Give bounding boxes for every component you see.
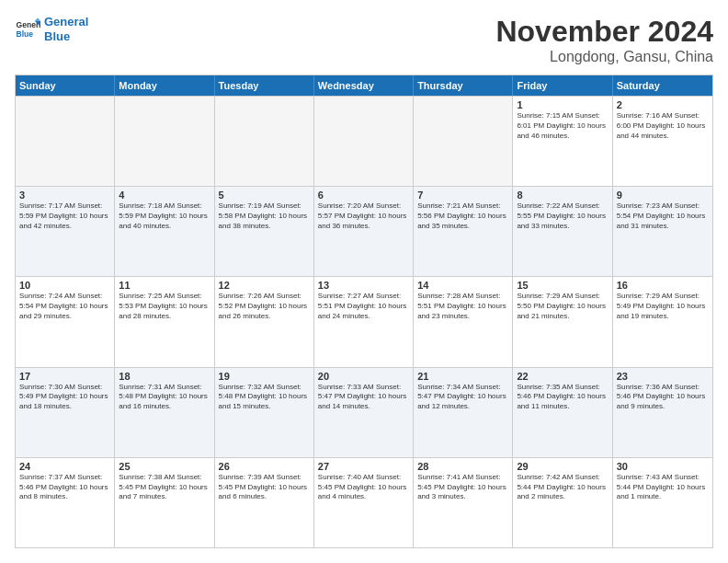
day-info: Sunrise: 7:39 AM Sunset: 5:45 PM Dayligh… [219,473,310,502]
day-number: 9 [617,190,709,201]
calendar-cell: 8Sunrise: 7:22 AM Sunset: 5:55 PM Daylig… [513,187,612,276]
day-number: 13 [318,280,409,291]
day-number: 19 [219,371,310,382]
calendar-cell: 14Sunrise: 7:28 AM Sunset: 5:51 PM Dayli… [414,277,513,366]
day-number: 11 [119,280,210,291]
calendar-cell [314,97,414,186]
calendar-cell: 16Sunrise: 7:29 AM Sunset: 5:49 PM Dayli… [613,277,712,366]
logo-text: General Blue [44,15,88,43]
calendar-cell: 25Sunrise: 7:38 AM Sunset: 5:45 PM Dayli… [115,458,214,547]
day-number: 10 [19,280,110,291]
day-info: Sunrise: 7:28 AM Sunset: 5:51 PM Dayligh… [417,292,508,321]
day-number: 21 [417,371,508,382]
day-info: Sunrise: 7:24 AM Sunset: 5:54 PM Dayligh… [19,292,110,321]
calendar-cell: 13Sunrise: 7:27 AM Sunset: 5:51 PM Dayli… [314,277,414,366]
day-info: Sunrise: 7:35 AM Sunset: 5:46 PM Dayligh… [517,383,608,412]
day-info: Sunrise: 7:17 AM Sunset: 5:59 PM Dayligh… [19,201,110,231]
day-info: Sunrise: 7:21 AM Sunset: 5:56 PM Dayligh… [417,201,508,231]
calendar-cell [115,97,214,186]
day-number: 23 [617,371,709,382]
calendar-cell: 20Sunrise: 7:33 AM Sunset: 5:47 PM Dayli… [314,368,414,457]
calendar-cell: 15Sunrise: 7:29 AM Sunset: 5:50 PM Dayli… [513,277,612,366]
calendar-cell: 4Sunrise: 7:18 AM Sunset: 5:59 PM Daylig… [115,187,214,276]
day-info: Sunrise: 7:36 AM Sunset: 5:46 PM Dayligh… [617,383,709,412]
day-info: Sunrise: 7:31 AM Sunset: 5:48 PM Dayligh… [119,383,210,412]
calendar-cell [16,97,115,186]
day-number: 27 [318,461,409,472]
day-info: Sunrise: 7:15 AM Sunset: 6:01 PM Dayligh… [517,111,608,141]
title-block: November 2024 Longdong, Gansu, China [495,15,713,65]
calendar-body: 1Sunrise: 7:15 AM Sunset: 6:01 PM Daylig… [16,96,712,547]
calendar-row-3: 10Sunrise: 7:24 AM Sunset: 5:54 PM Dayli… [16,276,712,366]
calendar-cell: 29Sunrise: 7:42 AM Sunset: 5:44 PM Dayli… [513,458,612,547]
header: General Blue General Blue November 2024 … [15,15,713,65]
calendar-cell: 18Sunrise: 7:31 AM Sunset: 5:48 PM Dayli… [115,368,214,457]
day-number: 15 [517,280,608,291]
day-info: Sunrise: 7:34 AM Sunset: 5:47 PM Dayligh… [417,383,508,412]
day-number: 20 [318,371,409,382]
day-info: Sunrise: 7:18 AM Sunset: 5:59 PM Dayligh… [119,201,210,231]
day-number: 29 [517,461,608,472]
header-day-saturday: Saturday [613,75,712,96]
calendar-cell: 2Sunrise: 7:16 AM Sunset: 6:00 PM Daylig… [613,97,712,186]
day-number: 30 [617,461,709,472]
day-info: Sunrise: 7:22 AM Sunset: 5:55 PM Dayligh… [517,201,608,231]
day-info: Sunrise: 7:16 AM Sunset: 6:00 PM Dayligh… [617,111,709,141]
calendar-cell: 23Sunrise: 7:36 AM Sunset: 5:46 PM Dayli… [613,368,712,457]
day-info: Sunrise: 7:29 AM Sunset: 5:49 PM Dayligh… [617,292,709,321]
day-info: Sunrise: 7:37 AM Sunset: 5:46 PM Dayligh… [19,473,110,502]
calendar-cell: 27Sunrise: 7:40 AM Sunset: 5:45 PM Dayli… [314,458,414,547]
day-info: Sunrise: 7:27 AM Sunset: 5:51 PM Dayligh… [318,292,409,321]
day-number: 8 [517,190,608,201]
svg-text:Blue: Blue [17,29,34,38]
calendar-cell: 17Sunrise: 7:30 AM Sunset: 5:49 PM Dayli… [16,368,115,457]
month-title: November 2024 [495,15,713,49]
header-day-friday: Friday [513,75,612,96]
day-info: Sunrise: 7:23 AM Sunset: 5:54 PM Dayligh… [617,201,709,231]
calendar-header: SundayMondayTuesdayWednesdayThursdayFrid… [16,75,712,96]
day-number: 12 [219,280,310,291]
day-number: 18 [119,371,210,382]
calendar-cell: 30Sunrise: 7:43 AM Sunset: 5:44 PM Dayli… [613,458,712,547]
day-info: Sunrise: 7:40 AM Sunset: 5:45 PM Dayligh… [318,473,409,502]
calendar-cell: 22Sunrise: 7:35 AM Sunset: 5:46 PM Dayli… [513,368,612,457]
day-number: 2 [617,99,709,110]
calendar-cell: 28Sunrise: 7:41 AM Sunset: 5:45 PM Dayli… [414,458,513,547]
calendar-cell: 19Sunrise: 7:32 AM Sunset: 5:48 PM Dayli… [215,368,314,457]
header-day-wednesday: Wednesday [314,75,414,96]
day-info: Sunrise: 7:41 AM Sunset: 5:45 PM Dayligh… [417,473,508,502]
day-info: Sunrise: 7:32 AM Sunset: 5:48 PM Dayligh… [219,383,310,412]
day-info: Sunrise: 7:30 AM Sunset: 5:49 PM Dayligh… [19,383,110,412]
day-number: 1 [517,99,608,110]
calendar: SundayMondayTuesdayWednesdayThursdayFrid… [15,75,713,548]
calendar-cell: 11Sunrise: 7:25 AM Sunset: 5:53 PM Dayli… [115,277,214,366]
day-number: 7 [417,190,508,201]
calendar-cell: 6Sunrise: 7:20 AM Sunset: 5:57 PM Daylig… [314,187,414,276]
calendar-cell: 24Sunrise: 7:37 AM Sunset: 5:46 PM Dayli… [16,458,115,547]
day-number: 14 [417,280,508,291]
day-info: Sunrise: 7:33 AM Sunset: 5:47 PM Dayligh… [318,383,409,412]
day-number: 3 [19,190,110,201]
day-number: 5 [219,190,310,201]
calendar-cell: 5Sunrise: 7:19 AM Sunset: 5:58 PM Daylig… [215,187,314,276]
calendar-cell: 21Sunrise: 7:34 AM Sunset: 5:47 PM Dayli… [414,368,513,457]
day-info: Sunrise: 7:43 AM Sunset: 5:44 PM Dayligh… [617,473,709,502]
calendar-cell [414,97,513,186]
calendar-row-2: 3Sunrise: 7:17 AM Sunset: 5:59 PM Daylig… [16,186,712,276]
location: Longdong, Gansu, China [495,49,713,65]
calendar-cell: 1Sunrise: 7:15 AM Sunset: 6:01 PM Daylig… [513,97,612,186]
day-info: Sunrise: 7:25 AM Sunset: 5:53 PM Dayligh… [119,292,210,321]
day-number: 25 [119,461,210,472]
calendar-cell: 7Sunrise: 7:21 AM Sunset: 5:56 PM Daylig… [414,187,513,276]
calendar-row-4: 17Sunrise: 7:30 AM Sunset: 5:49 PM Dayli… [16,367,712,457]
header-day-tuesday: Tuesday [215,75,314,96]
calendar-cell: 3Sunrise: 7:17 AM Sunset: 5:59 PM Daylig… [16,187,115,276]
calendar-row-1: 1Sunrise: 7:15 AM Sunset: 6:01 PM Daylig… [16,96,712,186]
calendar-cell: 12Sunrise: 7:26 AM Sunset: 5:52 PM Dayli… [215,277,314,366]
calendar-cell [215,97,314,186]
logo-icon: General Blue [15,17,40,42]
day-number: 6 [318,190,409,201]
day-number: 17 [19,371,110,382]
day-number: 22 [517,371,608,382]
day-number: 24 [19,461,110,472]
